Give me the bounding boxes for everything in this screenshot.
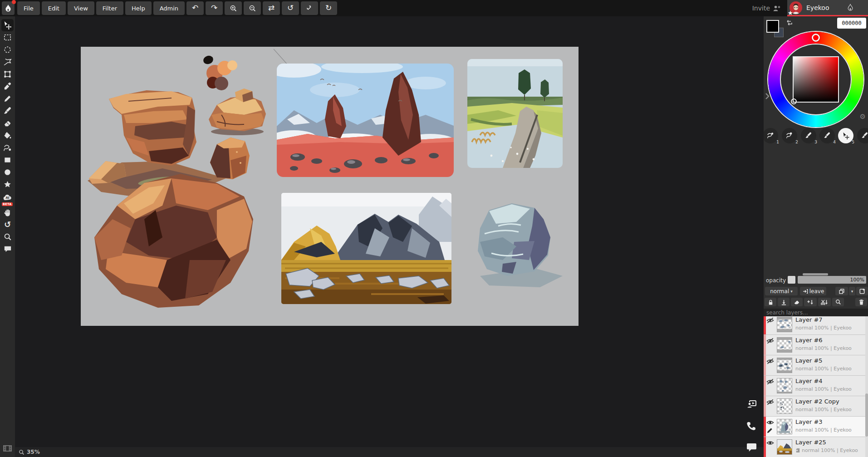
brush-tool[interactable] [1, 105, 14, 117]
duplicate-options-button[interactable]: ▾ [849, 287, 855, 295]
rotate-canvas-tool[interactable]: ↺ [1, 218, 14, 231]
timeline-tool[interactable] [1, 442, 14, 454]
zoom-level[interactable]: 35% [27, 449, 40, 455]
undo-button[interactable]: ↶ [186, 1, 204, 15]
panel-resize-handle[interactable] [803, 273, 828, 275]
layer-row-4[interactable]: Layer #4 normal 100% | Eyekoo [764, 376, 868, 396]
layer-row-5[interactable]: Layer #5 normal 100% | Eyekoo [764, 355, 868, 376]
artboard[interactable] [81, 47, 579, 326]
swap-colors-button[interactable] [786, 19, 793, 26]
layers-scrollbar[interactable] [865, 316, 868, 457]
eye-off-icon[interactable] [766, 338, 774, 344]
zoom-in-button[interactable] [225, 1, 242, 15]
brush-slot-4[interactable]: 4 [819, 128, 835, 143]
brush-slot-1[interactable]: 1 [764, 128, 778, 143]
eraser-tool[interactable] [1, 117, 14, 129]
opacity-toggle[interactable] [788, 276, 795, 284]
blend-mode-dropdown[interactable]: normal ▾ [765, 287, 798, 295]
layer-row-7[interactable]: Layer #7 normal 100% | Eyekoo [764, 316, 868, 335]
menu-admin[interactable]: Admin [153, 1, 185, 15]
add-layer-button[interactable] [856, 287, 868, 295]
reset-rotation-button[interactable]: ↻ [320, 1, 337, 15]
eyedropper-tool[interactable] [1, 80, 14, 93]
sv-marker[interactable] [791, 98, 797, 104]
eye-icon[interactable] [766, 419, 774, 426]
layer-thumbnail[interactable] [777, 337, 792, 353]
hand-tool[interactable] [1, 206, 14, 218]
layer-thumbnail[interactable] [777, 317, 792, 332]
fill-tool[interactable] [1, 129, 14, 142]
saturation-value-square[interactable] [793, 56, 839, 103]
eye-off-icon[interactable] [766, 399, 774, 405]
ellipse-tool[interactable] [1, 166, 14, 178]
hue-wheel[interactable] [768, 32, 863, 127]
layer-thumbnail[interactable] [777, 378, 792, 393]
brush-slot-2[interactable]: 2 [782, 128, 797, 143]
zoom-tool[interactable] [1, 231, 14, 243]
zoom-out-button[interactable] [244, 1, 261, 15]
rotate-left-button[interactable]: ↺ [282, 1, 299, 15]
pencil-tool[interactable] [1, 93, 14, 105]
menu-filter[interactable]: Filter [96, 1, 123, 15]
collapse-panel-button[interactable] [765, 93, 770, 100]
eye-icon[interactable] [766, 440, 774, 446]
layers-scrollbar-thumb[interactable] [865, 393, 868, 437]
layer-row-6[interactable]: Layer #6 normal 100% | Eyekoo [764, 335, 868, 355]
layer-thumbnail[interactable] [777, 419, 792, 434]
menu-edit[interactable]: Edit [42, 1, 66, 15]
layer-thumbnail[interactable] [777, 358, 792, 373]
cut-merge-button[interactable] [818, 298, 831, 306]
voice-call-button[interactable] [746, 421, 757, 432]
chat-button[interactable] [746, 442, 757, 453]
lasso-tool[interactable] [1, 56, 14, 68]
merge-down-button[interactable] [804, 298, 817, 306]
menu-file[interactable]: File [17, 1, 40, 15]
find-layer-button[interactable] [832, 298, 844, 306]
duplicate-layer-button[interactable] [835, 287, 848, 295]
canvas-viewport[interactable]: 35% [15, 16, 764, 457]
fit-screen-icon [306, 5, 313, 12]
clear-layer-button[interactable] [791, 298, 803, 306]
opacity-slider[interactable]: 100% [798, 276, 866, 284]
app-logo-button[interactable] [2, 1, 15, 15]
fit-screen-button[interactable] [301, 1, 318, 15]
layer-thumbnail[interactable] [777, 398, 792, 414]
swap-view-button[interactable]: ⇄ [263, 1, 280, 15]
current-user-chip[interactable]: ★ Eyekoo [787, 0, 868, 16]
hex-color-input[interactable] [837, 18, 866, 29]
presence-indicator [764, 316, 766, 334]
delete-layer-button[interactable] [855, 298, 867, 306]
invite-button[interactable]: Invite [752, 5, 781, 12]
brush-slot-5[interactable]: 5 [838, 128, 853, 143]
brush-slot-6[interactable]: 6 [857, 128, 868, 143]
ai-tool[interactable]: AI BETA [1, 191, 14, 204]
menu-view[interactable]: View [68, 1, 94, 15]
ellipse-select-tool[interactable] [1, 44, 14, 56]
rect-select-tool[interactable] [1, 31, 14, 44]
move-tool[interactable] [1, 19, 14, 31]
leave-session-button[interactable]: leave [800, 287, 826, 295]
layer-thumbnail[interactable] [777, 439, 792, 455]
foreground-color-swatch[interactable] [766, 20, 779, 33]
eye-off-icon[interactable] [766, 378, 774, 385]
color-settings-button[interactable]: ⚙ [860, 113, 866, 121]
redo-button[interactable]: ↷ [206, 1, 223, 15]
eye-off-icon[interactable] [766, 317, 774, 324]
layer-row-2-copy[interactable]: Layer #2 Copy normal 100% | Eyekoo [764, 396, 868, 417]
layer-row-3[interactable]: Layer #3 normal 100% | Eyekoo [764, 417, 868, 437]
menu-help[interactable]: Help [125, 1, 152, 15]
rectangle-tool[interactable] [1, 154, 14, 166]
eye-off-icon[interactable] [766, 358, 774, 364]
transform-tool[interactable] [1, 68, 14, 80]
svg-text:AI: AI [5, 196, 9, 200]
comments-tool[interactable] [1, 243, 14, 255]
screen-share-button[interactable] [746, 399, 757, 410]
brush-slot-3[interactable]: 3 [801, 128, 816, 143]
import-to-layer-button[interactable] [778, 298, 790, 306]
star-tool[interactable] [1, 178, 14, 191]
search-layers-input[interactable] [764, 309, 868, 316]
hue-marker[interactable] [812, 34, 820, 42]
lock-layer-button[interactable] [765, 298, 776, 306]
lasso-fill-tool[interactable] [1, 142, 14, 154]
layer-row-25[interactable]: Layer #25 normal 100% | Eyekoo [764, 437, 868, 457]
